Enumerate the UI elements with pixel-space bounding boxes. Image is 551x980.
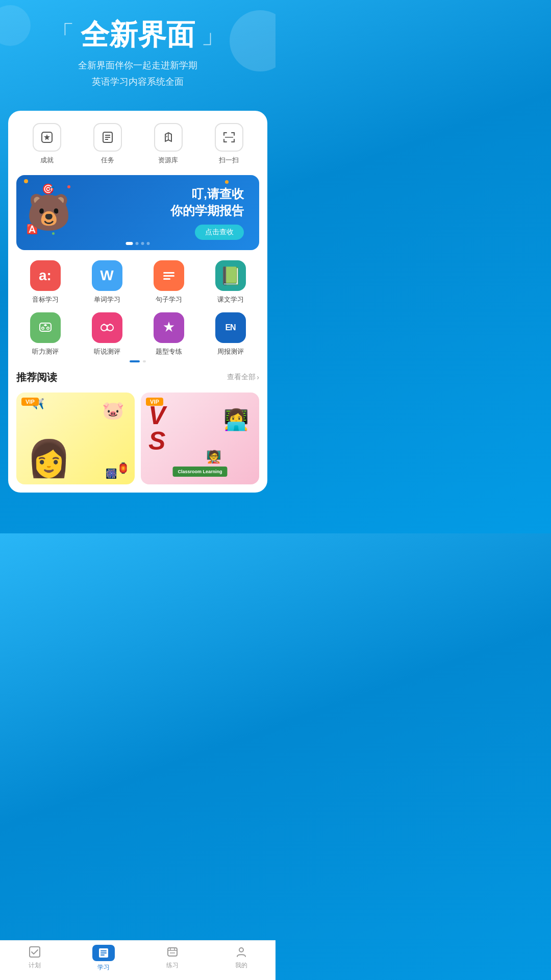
- library-label: 资源库: [158, 156, 178, 165]
- card1-girl: 👩: [27, 437, 71, 479]
- svg-point-18: [107, 325, 113, 331]
- classroom-board: Classroom Learning: [172, 467, 227, 477]
- vip-badge-2: VIP: [146, 398, 163, 406]
- section-header: 推荐阅读 查看全部 ›: [16, 371, 259, 384]
- svg-rect-9: [163, 278, 170, 280]
- vs-text: VS: [148, 403, 165, 454]
- quick-action-library[interactable]: 资源库: [154, 123, 183, 165]
- text-label: 课文学习: [217, 295, 244, 304]
- quick-action-task[interactable]: 任务: [93, 123, 122, 165]
- feature-speaking[interactable]: 听说测评: [78, 312, 136, 356]
- feature-sentence[interactable]: 句子学习: [140, 260, 197, 304]
- feature-grid: a: 音标学习 W 单词学习 句子学习 📗 课文学习: [16, 260, 259, 356]
- feature-text[interactable]: 📗 课文学习: [202, 260, 259, 304]
- card1-lantern: 🏮: [117, 462, 130, 474]
- achievement-label: 成就: [40, 156, 54, 165]
- task-label: 任务: [101, 156, 114, 165]
- svg-rect-8: [163, 275, 174, 277]
- svg-point-14: [47, 327, 48, 329]
- vip-badge-1: VIP: [21, 398, 39, 406]
- vocab-icon: W: [92, 260, 122, 291]
- sentence-icon: [154, 260, 184, 291]
- quick-action-scan[interactable]: 扫一扫: [215, 123, 243, 165]
- task-icon: [93, 123, 122, 152]
- reading-cards: VIP 👩 🐷 ✈️ 🏮 🎆 VIP VS: [16, 393, 259, 484]
- header-title-row: 「 全新界面 」: [10, 20, 265, 49]
- reading-card-1[interactable]: VIP 👩 🐷 ✈️ 🏮 🎆: [16, 393, 135, 484]
- bracket-right: 」: [201, 22, 226, 47]
- text-icon: 📗: [215, 260, 246, 291]
- grid-indicator: [16, 360, 259, 362]
- scan-label: 扫一扫: [219, 156, 239, 165]
- bracket-left: 「: [50, 22, 74, 47]
- weekly-label: 周报测评: [217, 347, 244, 356]
- feature-exercises[interactable]: 题型专练: [140, 312, 197, 356]
- banner-mascot: 🐻: [27, 194, 71, 230]
- feature-listening[interactable]: 听力测评: [16, 312, 74, 356]
- banner-content: 叮,请查收你的学期报告 点击查收: [71, 185, 249, 240]
- feature-phonics[interactable]: a: 音标学习: [16, 260, 74, 304]
- quick-action-achievement[interactable]: 成就: [33, 123, 61, 165]
- svg-rect-7: [163, 272, 174, 274]
- card2-person: 👩‍💻: [223, 408, 249, 432]
- reading-card-2[interactable]: VIP VS 👩‍💻 Classroom Learning 🧑‍🏫: [141, 393, 259, 484]
- exercises-icon: [154, 312, 184, 343]
- weekly-icon: EN: [215, 312, 246, 343]
- main-card: 成就 任务: [8, 111, 267, 493]
- speaking-label: 听说测评: [94, 347, 120, 356]
- sentence-label: 句子学习: [156, 295, 182, 304]
- grid-dot-1: [130, 360, 140, 362]
- quick-actions-bar: 成就 任务: [16, 123, 259, 165]
- svg-point-13: [42, 327, 43, 329]
- phonics-icon: a:: [30, 260, 61, 291]
- feature-weekly[interactable]: EN 周报测评: [202, 312, 259, 356]
- see-all-button[interactable]: 查看全部 ›: [227, 373, 259, 382]
- banner-title: 叮,请查收你的学期报告: [71, 185, 244, 219]
- scan-icon: [215, 123, 243, 152]
- recommended-section: 推荐阅读 查看全部 › VIP 👩 🐷 ✈️ 🏮 🎆: [16, 371, 259, 484]
- feature-vocab[interactable]: W 单词学习: [78, 260, 136, 304]
- exercises-label: 题型专练: [156, 347, 182, 356]
- achievement-icon: [33, 123, 61, 152]
- header-subtitle: 全新界面伴你一起走进新学期 英语学习内容系统全面: [10, 57, 265, 90]
- banner-button[interactable]: 点击查收: [195, 225, 244, 240]
- card1-lantern2: 🎆: [106, 468, 117, 479]
- card2-teacher: 🧑‍🏫: [206, 450, 221, 464]
- listening-icon: [30, 312, 61, 343]
- listening-label: 听力测评: [32, 347, 59, 356]
- vocab-label: 单词学习: [94, 295, 120, 304]
- section-title: 推荐阅读: [16, 371, 57, 384]
- banner-dots: [126, 242, 150, 245]
- card1-pig: 🐷: [102, 400, 124, 421]
- library-icon: [154, 123, 183, 152]
- phonics-label: 音标学习: [32, 295, 59, 304]
- banner[interactable]: 🐻 🎯 🅰️ 叮,请查收你的学期报告 点击查收: [16, 175, 259, 250]
- svg-point-17: [101, 325, 107, 331]
- header-title: 全新界面: [81, 20, 195, 49]
- svg-marker-1: [44, 134, 50, 140]
- grid-dot-2: [143, 360, 146, 362]
- speaking-icon: [92, 312, 122, 343]
